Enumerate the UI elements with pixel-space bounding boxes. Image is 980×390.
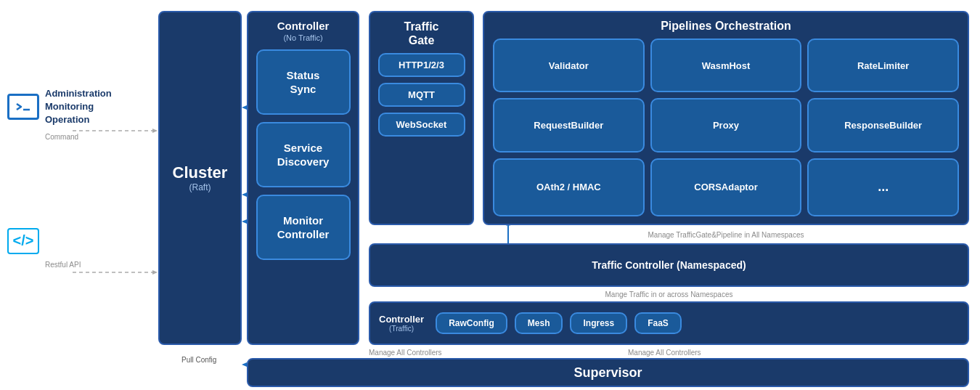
- traffic-gate-box: TrafficGate HTTP1/2/3 MQTT WebSocket: [369, 11, 474, 225]
- mqtt-label: MQTT: [408, 89, 435, 100]
- manage-controllers-label-2: Manage All Controllers: [628, 349, 701, 357]
- pipeline-requestbuilder: RequestBuilder: [493, 98, 645, 152]
- manage-traffic-gate-label: Manage TrafficGate&Pipeline in All Names…: [483, 231, 969, 239]
- service-discovery-box: ServiceDiscovery: [256, 122, 351, 187]
- ct-ingress: Ingress: [570, 312, 627, 334]
- pipeline-corsadaptor: CORSAdaptor: [650, 158, 802, 216]
- pull-config-label: Pull Config: [181, 356, 216, 364]
- supervisor-box: Supervisor: [247, 358, 969, 387]
- controller-traffic-subtitle: (Traffic): [389, 325, 414, 333]
- pipeline-wasmhost: WasmHost: [650, 38, 802, 92]
- svg-marker-3: [152, 270, 158, 275]
- status-sync-box: StatusSync: [256, 49, 351, 115]
- ct-mesh: Mesh: [515, 312, 563, 334]
- service-discovery-label: ServiceDiscovery: [277, 141, 330, 169]
- websocket-protocol-box: WebSocket: [378, 113, 465, 137]
- controller-traffic-label-group: Controller (Traffic): [379, 314, 424, 333]
- manage-controllers-label-1: Manage All Controllers: [369, 349, 442, 357]
- restful-label: Restful API: [45, 257, 120, 270]
- websocket-label: WebSocket: [396, 119, 447, 130]
- pipeline-oauth2: OAth2 / HMAC: [493, 158, 645, 216]
- admin-title: Administration Monitoring Operation: [45, 87, 112, 127]
- command-arrow-label: Command: [45, 133, 120, 141]
- controller-traffic-row: Controller (Traffic) RawConfig Mesh Ingr…: [369, 301, 969, 345]
- architecture-diagram: Administration Monitoring Operation Comm…: [0, 0, 980, 390]
- http-label: HTTP1/2/3: [399, 60, 444, 70]
- status-sync-label: StatusSync: [287, 68, 320, 97]
- monitor-controller-label: MonitorController: [277, 214, 330, 242]
- svg-marker-1: [152, 129, 158, 133]
- svg-marker-9: [242, 192, 247, 197]
- pipelines-title: Pipelines Orchestration: [493, 20, 959, 33]
- api-row: </>: [7, 228, 120, 254]
- svg-marker-5: [242, 105, 247, 110]
- controller-no-traffic-subtitle: (No Traffic): [283, 33, 322, 42]
- http-protocol-box: HTTP1/2/3: [378, 53, 465, 77]
- svg-marker-15: [242, 362, 247, 367]
- controller-no-traffic-title: Controller: [277, 20, 330, 32]
- pipeline-responsebuilder: ResponseBuilder: [807, 98, 959, 152]
- svg-marker-13: [242, 219, 247, 224]
- pipeline-more: ...: [807, 158, 959, 216]
- manage-traffic-namespaces-label: Mange Traffic in or across Namespaces: [369, 291, 969, 298]
- cluster-box: Cluster (Raft): [158, 11, 242, 345]
- mqtt-protocol-box: MQTT: [378, 83, 465, 107]
- admin-section: Administration Monitoring Operation Comm…: [7, 87, 120, 270]
- pipeline-ratelimiter: RateLimiter: [807, 38, 959, 92]
- monitor-controller-box: MonitorController: [256, 195, 351, 260]
- cluster-subtitle: (Raft): [189, 182, 211, 192]
- pipeline-proxy: Proxy: [650, 98, 802, 152]
- controller-no-traffic-box: Controller (No Traffic) StatusSync Servi…: [247, 11, 359, 345]
- traffic-gate-title: TrafficGate: [404, 20, 438, 47]
- ct-faas: FaaS: [634, 312, 682, 334]
- controller-traffic-title: Controller: [379, 314, 424, 325]
- traffic-controller-title: Traffic Controller (Namespaced): [592, 259, 746, 271]
- pipelines-grid: Validator WasmHost RateLimiter RequestBu…: [493, 38, 959, 216]
- terminal-icon: [7, 94, 39, 120]
- restful-api-label: Restful API: [45, 261, 81, 269]
- traffic-controller-box: Traffic Controller (Namespaced): [369, 243, 969, 287]
- pipeline-validator: Validator: [493, 38, 645, 92]
- command-label: Command: [45, 133, 78, 141]
- supervisor-title: Supervisor: [573, 365, 642, 381]
- api-icon: </>: [7, 228, 39, 254]
- cluster-title: Cluster: [173, 163, 228, 182]
- ct-rawconfig: RawConfig: [436, 312, 507, 334]
- admin-label: Administration Monitoring Operation: [45, 87, 112, 127]
- terminal-row: Administration Monitoring Operation: [7, 87, 120, 127]
- pipelines-orchestration-box: Pipelines Orchestration Validator WasmHo…: [483, 11, 969, 225]
